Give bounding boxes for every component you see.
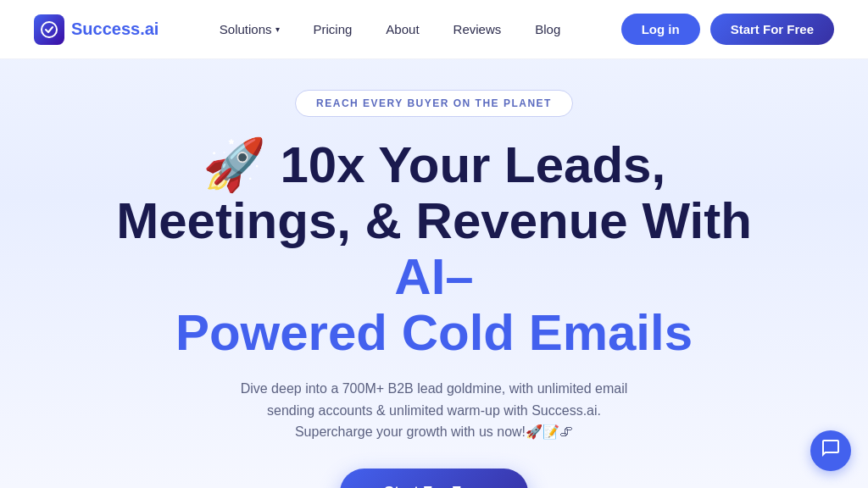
nav-start-button[interactable]: Start For Free [710,14,834,45]
chat-bubble-button[interactable] [810,430,851,471]
nav-item-pricing[interactable]: Pricing [300,22,366,37]
svg-point-0 [42,22,57,37]
nav-item-about[interactable]: About [372,22,432,37]
chevron-down-icon: ▾ [275,25,280,34]
logo: Success.ai [34,14,159,45]
hero-start-button[interactable]: Start For Free [340,469,528,488]
nav-links: Solutions ▾ Pricing About Reviews Blog [206,15,575,43]
logo-icon [34,14,64,45]
hero-title: 🚀 10x Your Leads, Meetings, & Revenue Wi… [95,137,773,361]
hero-title-accent: AI– [394,248,473,305]
pricing-link[interactable]: Pricing [300,15,366,43]
nav-item-solutions[interactable]: Solutions ▾ [206,15,293,43]
nav-buttons: Log in Start For Free [621,14,834,45]
hero-subtitle: Dive deep into a 700M+ B2B lead goldmine… [231,378,637,443]
hero-title-line2: Meetings, & Revenue With [116,192,752,249]
login-button[interactable]: Log in [621,14,700,45]
nav-item-reviews[interactable]: Reviews [440,22,515,37]
hero-section: REACH EVERY BUYER ON THE PLANET 🚀 10x Yo… [0,59,868,488]
navbar: Success.ai Solutions ▾ Pricing About Rev… [0,0,868,59]
about-link[interactable]: About [372,15,432,43]
hero-title-line1: 🚀 10x Your Leads, [203,136,665,193]
logo-wordmark: Success.ai [71,19,159,39]
blog-link[interactable]: Blog [521,15,574,43]
hero-title-line3: Powered Cold Emails [175,304,693,361]
reviews-link[interactable]: Reviews [440,15,515,43]
solutions-label: Solutions [220,22,272,36]
nav-item-blog[interactable]: Blog [521,22,574,37]
solutions-link[interactable]: Solutions ▾ [206,15,293,43]
hero-badge: REACH EVERY BUYER ON THE PLANET [295,90,573,117]
chat-icon [821,438,841,463]
